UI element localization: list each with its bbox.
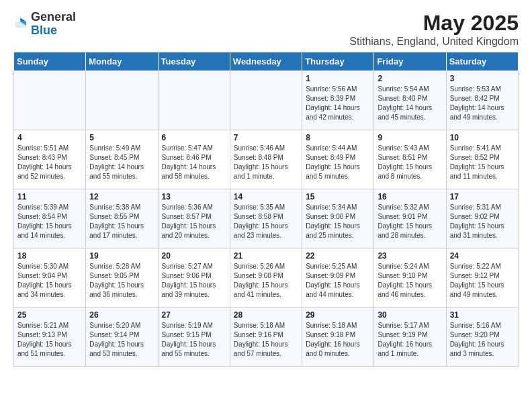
- day-number: 24: [450, 251, 515, 261]
- day-number: 30: [378, 310, 442, 320]
- cell-content: Sunrise: 5:43 AM Sunset: 8:51 PM Dayligh…: [378, 144, 442, 181]
- cell-content: Sunrise: 5:18 AM Sunset: 9:16 PM Dayligh…: [234, 321, 298, 359]
- day-number: 23: [378, 251, 442, 261]
- cell-5-1: 25Sunrise: 5:21 AM Sunset: 9:13 PM Dayli…: [14, 308, 86, 367]
- cell-content: Sunrise: 5:34 AM Sunset: 9:00 PM Dayligh…: [306, 203, 370, 240]
- cell-2-6: 9Sunrise: 5:43 AM Sunset: 8:51 PM Daylig…: [374, 130, 446, 189]
- subtitle: Stithians, England, United Kingdom: [349, 36, 519, 48]
- day-number: 25: [17, 310, 82, 320]
- week-row-4: 18Sunrise: 5:30 AM Sunset: 9:04 PM Dayli…: [14, 248, 519, 308]
- day-header-tuesday: Tuesday: [158, 52, 230, 71]
- day-header-wednesday: Wednesday: [230, 52, 302, 71]
- day-number: 28: [234, 310, 298, 320]
- day-number: 3: [450, 74, 515, 83]
- day-number: 31: [450, 310, 515, 320]
- cell-content: Sunrise: 5:32 AM Sunset: 9:01 PM Dayligh…: [378, 203, 442, 240]
- cell-3-4: 14Sunrise: 5:35 AM Sunset: 8:58 PM Dayli…: [230, 189, 302, 248]
- cell-2-4: 7Sunrise: 5:46 AM Sunset: 8:48 PM Daylig…: [230, 130, 302, 189]
- cell-content: Sunrise: 5:39 AM Sunset: 8:54 PM Dayligh…: [17, 203, 82, 240]
- cell-1-1: [14, 71, 86, 130]
- cell-content: Sunrise: 5:16 AM Sunset: 9:20 PM Dayligh…: [450, 321, 515, 359]
- cell-content: Sunrise: 5:30 AM Sunset: 9:04 PM Dayligh…: [17, 262, 82, 300]
- day-number: 29: [306, 310, 370, 320]
- day-number: 1: [306, 74, 370, 83]
- logo: General Blue: [13, 11, 76, 38]
- cell-1-3: [158, 71, 230, 130]
- cell-5-2: 26Sunrise: 5:20 AM Sunset: 9:14 PM Dayli…: [86, 308, 158, 367]
- cell-4-3: 20Sunrise: 5:27 AM Sunset: 9:06 PM Dayli…: [158, 248, 230, 308]
- day-number: 21: [234, 251, 298, 261]
- cell-content: Sunrise: 5:17 AM Sunset: 9:19 PM Dayligh…: [378, 321, 442, 359]
- cell-2-7: 10Sunrise: 5:41 AM Sunset: 8:52 PM Dayli…: [446, 130, 518, 189]
- day-header-thursday: Thursday: [302, 52, 374, 71]
- cell-5-6: 30Sunrise: 5:17 AM Sunset: 9:19 PM Dayli…: [374, 308, 446, 367]
- cell-3-6: 16Sunrise: 5:32 AM Sunset: 9:01 PM Dayli…: [374, 189, 446, 248]
- day-number: 26: [89, 310, 154, 320]
- cell-content: Sunrise: 5:20 AM Sunset: 9:14 PM Dayligh…: [89, 321, 154, 359]
- cell-2-2: 5Sunrise: 5:49 AM Sunset: 8:45 PM Daylig…: [86, 130, 158, 189]
- day-number: 12: [89, 192, 154, 201]
- cell-2-5: 8Sunrise: 5:44 AM Sunset: 8:49 PM Daylig…: [302, 130, 374, 189]
- cell-1-6: 2Sunrise: 5:54 AM Sunset: 8:40 PM Daylig…: [374, 71, 446, 130]
- cell-content: Sunrise: 5:21 AM Sunset: 9:13 PM Dayligh…: [17, 321, 82, 359]
- cell-content: Sunrise: 5:56 AM Sunset: 8:39 PM Dayligh…: [306, 85, 370, 122]
- day-number: 27: [162, 310, 226, 320]
- cell-1-7: 3Sunrise: 5:53 AM Sunset: 8:42 PM Daylig…: [446, 71, 518, 130]
- cell-2-3: 6Sunrise: 5:47 AM Sunset: 8:46 PM Daylig…: [158, 130, 230, 189]
- cell-3-2: 12Sunrise: 5:38 AM Sunset: 8:55 PM Dayli…: [86, 189, 158, 248]
- cell-5-3: 27Sunrise: 5:19 AM Sunset: 9:15 PM Dayli…: [158, 308, 230, 367]
- day-number: 2: [378, 74, 442, 83]
- cell-4-5: 22Sunrise: 5:25 AM Sunset: 9:09 PM Dayli…: [302, 248, 374, 308]
- cell-5-4: 28Sunrise: 5:18 AM Sunset: 9:16 PM Dayli…: [230, 308, 302, 367]
- cell-content: Sunrise: 5:36 AM Sunset: 8:57 PM Dayligh…: [162, 203, 226, 240]
- week-row-3: 11Sunrise: 5:39 AM Sunset: 8:54 PM Dayli…: [14, 189, 519, 248]
- cell-content: Sunrise: 5:54 AM Sunset: 8:40 PM Dayligh…: [378, 85, 442, 122]
- cell-3-5: 15Sunrise: 5:34 AM Sunset: 9:00 PM Dayli…: [302, 189, 374, 248]
- cell-content: Sunrise: 5:44 AM Sunset: 8:49 PM Dayligh…: [306, 144, 370, 181]
- cell-content: Sunrise: 5:27 AM Sunset: 9:06 PM Dayligh…: [162, 262, 226, 300]
- cell-content: Sunrise: 5:47 AM Sunset: 8:46 PM Dayligh…: [162, 144, 226, 181]
- day-number: 11: [17, 192, 82, 201]
- cell-content: Sunrise: 5:38 AM Sunset: 8:55 PM Dayligh…: [89, 203, 154, 240]
- day-header-friday: Friday: [374, 52, 446, 71]
- cell-content: Sunrise: 5:22 AM Sunset: 9:12 PM Dayligh…: [450, 262, 515, 300]
- cell-content: Sunrise: 5:31 AM Sunset: 9:02 PM Dayligh…: [450, 203, 515, 240]
- week-row-5: 25Sunrise: 5:21 AM Sunset: 9:13 PM Dayli…: [14, 308, 519, 367]
- day-number: 19: [89, 251, 154, 261]
- cell-3-3: 13Sunrise: 5:36 AM Sunset: 8:57 PM Dayli…: [158, 189, 230, 248]
- cell-content: Sunrise: 5:53 AM Sunset: 8:42 PM Dayligh…: [450, 85, 515, 122]
- cell-1-4: [230, 71, 302, 130]
- week-row-2: 4Sunrise: 5:51 AM Sunset: 8:43 PM Daylig…: [14, 130, 519, 189]
- cell-content: Sunrise: 5:41 AM Sunset: 8:52 PM Dayligh…: [450, 144, 515, 181]
- week-row-1: 1Sunrise: 5:56 AM Sunset: 8:39 PM Daylig…: [14, 71, 519, 130]
- day-number: 8: [306, 133, 370, 142]
- cell-5-7: 31Sunrise: 5:16 AM Sunset: 9:20 PM Dayli…: [446, 308, 518, 367]
- day-number: 9: [378, 133, 442, 142]
- day-number: 10: [450, 133, 515, 142]
- cell-4-1: 18Sunrise: 5:30 AM Sunset: 9:04 PM Dayli…: [14, 248, 86, 308]
- header: General Blue May 2025 Stithians, England…: [13, 11, 519, 48]
- cell-content: Sunrise: 5:18 AM Sunset: 9:18 PM Dayligh…: [306, 321, 370, 359]
- day-number: 13: [162, 192, 226, 201]
- day-header-sunday: Sunday: [14, 52, 86, 71]
- day-number: 18: [17, 251, 82, 261]
- cell-content: Sunrise: 5:25 AM Sunset: 9:09 PM Dayligh…: [306, 262, 370, 300]
- day-header-saturday: Saturday: [446, 52, 518, 71]
- cell-content: Sunrise: 5:49 AM Sunset: 8:45 PM Dayligh…: [89, 144, 154, 181]
- cell-4-2: 19Sunrise: 5:28 AM Sunset: 9:05 PM Dayli…: [86, 248, 158, 308]
- day-number: 22: [306, 251, 370, 261]
- cell-content: Sunrise: 5:26 AM Sunset: 9:08 PM Dayligh…: [234, 262, 298, 300]
- header-row: SundayMondayTuesdayWednesdayThursdayFrid…: [14, 52, 519, 71]
- cell-content: Sunrise: 5:19 AM Sunset: 9:15 PM Dayligh…: [162, 321, 226, 359]
- day-number: 7: [234, 133, 298, 142]
- main-title: May 2025: [349, 11, 519, 36]
- cell-3-1: 11Sunrise: 5:39 AM Sunset: 8:54 PM Dayli…: [14, 189, 86, 248]
- cell-5-5: 29Sunrise: 5:18 AM Sunset: 9:18 PM Dayli…: [302, 308, 374, 367]
- cell-3-7: 17Sunrise: 5:31 AM Sunset: 9:02 PM Dayli…: [446, 189, 518, 248]
- calendar-table: SundayMondayTuesdayWednesdayThursdayFrid…: [13, 52, 519, 367]
- cell-4-7: 24Sunrise: 5:22 AM Sunset: 9:12 PM Dayli…: [446, 248, 518, 308]
- cell-content: Sunrise: 5:28 AM Sunset: 9:05 PM Dayligh…: [89, 262, 154, 300]
- day-number: 5: [89, 133, 154, 142]
- day-number: 20: [162, 251, 226, 261]
- day-number: 14: [234, 192, 298, 201]
